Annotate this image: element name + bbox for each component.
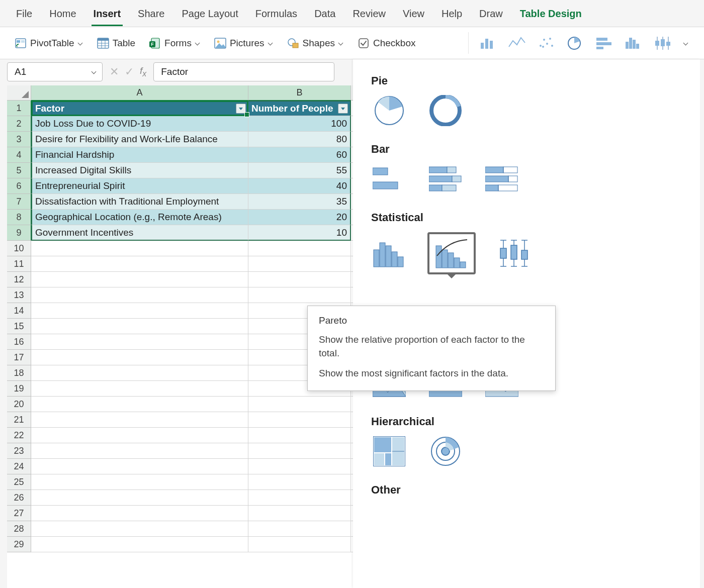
row-header[interactable]: 20: [7, 397, 31, 412]
cell-empty[interactable]: [31, 287, 248, 303]
tab-draw[interactable]: Draw: [478, 5, 504, 26]
cell-factor[interactable]: Government Incentives: [31, 225, 248, 241]
cell-empty[interactable]: [248, 412, 351, 428]
cell-factor[interactable]: Job Loss Due to COVID-19: [31, 116, 248, 132]
row-header[interactable]: 27: [7, 506, 31, 521]
cell-empty[interactable]: [248, 272, 351, 287]
histogram-option[interactable]: [371, 238, 407, 268]
confirm-icon[interactable]: ✓: [125, 65, 134, 78]
cell-value[interactable]: 55: [248, 163, 351, 178]
sunburst-option[interactable]: [427, 436, 464, 466]
pie-chart-option[interactable]: [371, 95, 407, 126]
cell-empty[interactable]: [31, 272, 248, 287]
pivot-table-button[interactable]: PivotTable: [12, 35, 85, 52]
row-header[interactable]: 7: [7, 194, 31, 210]
tab-page-layout[interactable]: Page Layout: [181, 5, 239, 26]
row-header[interactable]: 2: [7, 116, 31, 132]
row-header[interactable]: 5: [7, 163, 31, 178]
row-header[interactable]: 29: [7, 537, 31, 552]
cell-empty[interactable]: [31, 459, 248, 474]
row-header[interactable]: 22: [7, 428, 31, 443]
cell-empty[interactable]: [248, 443, 351, 459]
stacked-bar-100-option[interactable]: [484, 164, 520, 194]
tab-file[interactable]: File: [15, 5, 33, 26]
pie-chart-icon[interactable]: [566, 36, 585, 51]
cell-value[interactable]: 20: [248, 210, 351, 225]
column-header-A[interactable]: A: [31, 85, 248, 101]
tab-formulas[interactable]: Formulas: [254, 5, 298, 26]
tab-insert[interactable]: Insert: [93, 5, 122, 26]
row-header[interactable]: 14: [7, 303, 31, 319]
cell-empty[interactable]: [31, 474, 248, 490]
cell-factor[interactable]: Entrepreneurial Spirit: [31, 178, 248, 194]
stacked-bar-option[interactable]: [427, 164, 464, 194]
row-header[interactable]: 3: [7, 132, 31, 147]
cell-empty[interactable]: [248, 428, 351, 443]
column-chart-icon[interactable]: [479, 36, 498, 51]
row-header[interactable]: 28: [7, 521, 31, 537]
cell-empty[interactable]: [248, 241, 351, 256]
fx-icon[interactable]: fx: [140, 65, 146, 78]
cell-empty[interactable]: [31, 303, 248, 319]
row-header[interactable]: 11: [7, 256, 31, 272]
row-header[interactable]: 18: [7, 365, 31, 381]
row-header[interactable]: 1: [7, 101, 31, 116]
pareto-option[interactable]: [427, 232, 476, 274]
cell-empty[interactable]: [31, 397, 248, 412]
treemap-option[interactable]: [371, 436, 407, 466]
row-header[interactable]: 12: [7, 272, 31, 287]
pictures-button[interactable]: Pictures: [212, 35, 276, 52]
row-header[interactable]: 19: [7, 381, 31, 397]
cell-empty[interactable]: [31, 241, 248, 256]
tab-home[interactable]: Home: [48, 5, 77, 26]
row-header[interactable]: 25: [7, 474, 31, 490]
row-header[interactable]: 10: [7, 241, 31, 256]
row-header[interactable]: 6: [7, 178, 31, 194]
box-whisker-option[interactable]: [496, 238, 532, 268]
cell-factor[interactable]: Geographical Location (e.g., Remote Area…: [31, 210, 248, 225]
cell-value[interactable]: 40: [248, 178, 351, 194]
cell-empty[interactable]: [31, 443, 248, 459]
row-header[interactable]: 24: [7, 459, 31, 474]
cell-empty[interactable]: [31, 490, 248, 506]
cell-value[interactable]: 100: [248, 116, 351, 132]
select-all-corner[interactable]: [7, 85, 31, 101]
row-header[interactable]: 16: [7, 334, 31, 350]
cell-empty[interactable]: [248, 537, 351, 552]
cell-empty[interactable]: [31, 334, 248, 350]
filter-button[interactable]: [236, 104, 246, 114]
row-header[interactable]: 15: [7, 319, 31, 334]
tab-help[interactable]: Help: [441, 5, 463, 26]
cell-empty[interactable]: [31, 381, 248, 397]
cell-empty[interactable]: [31, 428, 248, 443]
row-header[interactable]: 13: [7, 287, 31, 303]
cell-value[interactable]: 10: [248, 225, 351, 241]
tab-data[interactable]: Data: [313, 5, 336, 26]
cell-empty[interactable]: [31, 319, 248, 334]
name-box[interactable]: A1: [7, 62, 103, 81]
tab-table-design[interactable]: Table Design: [519, 5, 583, 26]
cell-factor[interactable]: Desire for Flexibility and Work-Life Bal…: [31, 132, 248, 147]
cell-factor[interactable]: Financial Hardship: [31, 147, 248, 163]
cell-factor[interactable]: Dissatisfaction with Traditional Employm…: [31, 194, 248, 210]
cell-value[interactable]: 80: [248, 132, 351, 147]
row-header[interactable]: 23: [7, 443, 31, 459]
cell-empty[interactable]: [248, 287, 351, 303]
forms-button[interactable]: F Forms: [146, 35, 203, 52]
cell-empty[interactable]: [248, 256, 351, 272]
cell-value[interactable]: 35: [248, 194, 351, 210]
row-header[interactable]: 17: [7, 350, 31, 365]
scatter-chart-icon[interactable]: [537, 36, 556, 51]
cell-empty[interactable]: [31, 506, 248, 521]
cell-empty[interactable]: [248, 490, 351, 506]
cell-empty[interactable]: [248, 474, 351, 490]
cell-empty[interactable]: [248, 459, 351, 474]
cell-factor[interactable]: Increased Digital Skills: [31, 163, 248, 178]
cell-empty[interactable]: [31, 256, 248, 272]
table-button[interactable]: Table: [95, 35, 137, 52]
table-header-factor[interactable]: Factor: [31, 101, 248, 116]
cell-empty[interactable]: [31, 521, 248, 537]
row-header[interactable]: 26: [7, 490, 31, 506]
cancel-icon[interactable]: ✕: [110, 65, 119, 78]
doughnut-chart-option[interactable]: [427, 95, 464, 126]
